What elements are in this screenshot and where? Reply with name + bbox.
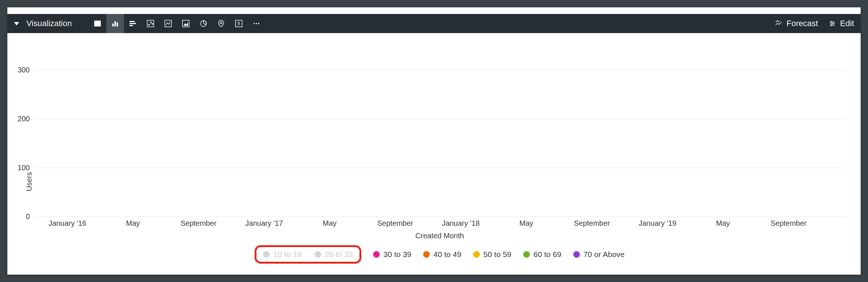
y-tick: 200 xyxy=(11,114,30,123)
x-tick: September xyxy=(574,219,610,228)
legend-label: 50 to 59 xyxy=(483,250,511,259)
svg-rect-5 xyxy=(112,24,114,26)
svg-point-14 xyxy=(152,24,153,25)
legend-label: 30 to 39 xyxy=(383,250,411,259)
legend-swatch xyxy=(473,251,480,258)
legend-label: 60 to 69 xyxy=(534,250,561,259)
legend-swatch xyxy=(423,251,430,258)
svg-rect-0 xyxy=(94,21,101,26)
map-icon[interactable] xyxy=(212,14,230,33)
svg-point-31 xyxy=(830,21,832,23)
x-tick: May xyxy=(126,219,140,228)
area-chart-icon[interactable] xyxy=(177,14,195,33)
chart-plot-area: 0100200300 xyxy=(33,40,846,217)
y-tick: 300 xyxy=(11,65,30,74)
bar-chart-icon[interactable] xyxy=(124,14,142,33)
svg-point-19 xyxy=(220,22,222,24)
legend-swatch xyxy=(263,251,270,258)
legend-item[interactable]: 10 to 19 xyxy=(263,250,301,259)
svg-point-12 xyxy=(149,24,150,25)
x-tick: May xyxy=(520,219,534,228)
svg-rect-9 xyxy=(130,23,136,24)
disabled-legend-highlight: 10 to 1920 to 29 xyxy=(255,245,361,264)
svg-text:6: 6 xyxy=(238,21,240,26)
single-value-icon[interactable]: 6 xyxy=(230,14,248,33)
y-tick: 0 xyxy=(11,213,30,221)
legend-label: 20 to 29 xyxy=(325,250,353,259)
line-chart-icon[interactable] xyxy=(159,14,177,33)
legend-swatch xyxy=(573,251,580,258)
legend-swatch xyxy=(315,251,321,258)
svg-rect-6 xyxy=(114,21,116,26)
x-tick: January '19 xyxy=(638,219,676,228)
svg-point-22 xyxy=(254,23,255,24)
svg-point-24 xyxy=(258,23,259,24)
toolbar-title: Visualization xyxy=(26,19,72,28)
table-icon[interactable] xyxy=(89,14,106,33)
legend-label: 70 or Above xyxy=(584,250,625,259)
edit-label: Edit xyxy=(840,19,854,28)
svg-point-13 xyxy=(150,22,152,23)
y-tick: 100 xyxy=(11,163,30,172)
legend-label: 10 to 19 xyxy=(273,250,301,259)
legend-swatch xyxy=(523,251,530,258)
scatter-icon[interactable] xyxy=(142,14,159,33)
x-tick: September xyxy=(377,219,413,228)
legend-item[interactable]: 60 to 69 xyxy=(523,250,561,259)
legend-item[interactable]: 30 to 39 xyxy=(373,250,411,259)
svg-point-33 xyxy=(830,25,832,26)
legend-swatch xyxy=(373,251,380,258)
svg-point-26 xyxy=(777,21,778,21)
x-tick: September xyxy=(770,219,807,228)
legend: 10 to 1920 to 2930 to 3940 to 4950 to 59… xyxy=(33,240,846,271)
y-axis-label: Users xyxy=(22,40,33,271)
forecast-label: Forecast xyxy=(786,19,818,28)
legend-item[interactable]: 50 to 59 xyxy=(473,250,511,259)
x-tick: January '18 xyxy=(442,219,480,228)
visualization-toolbar: Visualization 6 Foreca xyxy=(7,14,861,33)
svg-rect-8 xyxy=(130,21,135,22)
legend-item[interactable]: 70 or Above xyxy=(573,250,625,259)
legend-item[interactable]: 20 to 29 xyxy=(315,250,353,259)
svg-point-27 xyxy=(779,21,779,22)
x-tick: January '16 xyxy=(49,219,86,228)
pie-chart-icon[interactable] xyxy=(195,14,212,33)
svg-point-23 xyxy=(256,23,257,24)
x-tick: September xyxy=(181,219,217,228)
legend-label: 40 to 49 xyxy=(433,250,461,259)
svg-rect-7 xyxy=(117,22,118,26)
x-tick: May xyxy=(716,219,730,228)
svg-marker-17 xyxy=(184,22,188,26)
edit-button[interactable]: Edit xyxy=(828,19,854,28)
more-icon[interactable] xyxy=(248,14,265,33)
x-tick: January '17 xyxy=(245,219,283,228)
x-axis-label: Created Month xyxy=(33,232,846,240)
column-chart-icon[interactable] xyxy=(106,14,124,33)
svg-rect-10 xyxy=(130,25,133,26)
forecast-button[interactable]: Forecast xyxy=(775,19,818,28)
svg-rect-16 xyxy=(183,20,189,27)
collapse-caret-icon[interactable] xyxy=(14,22,19,25)
x-tick: May xyxy=(323,219,337,228)
svg-point-25 xyxy=(776,21,777,22)
svg-point-32 xyxy=(833,23,834,24)
legend-item[interactable]: 40 to 49 xyxy=(423,250,461,259)
